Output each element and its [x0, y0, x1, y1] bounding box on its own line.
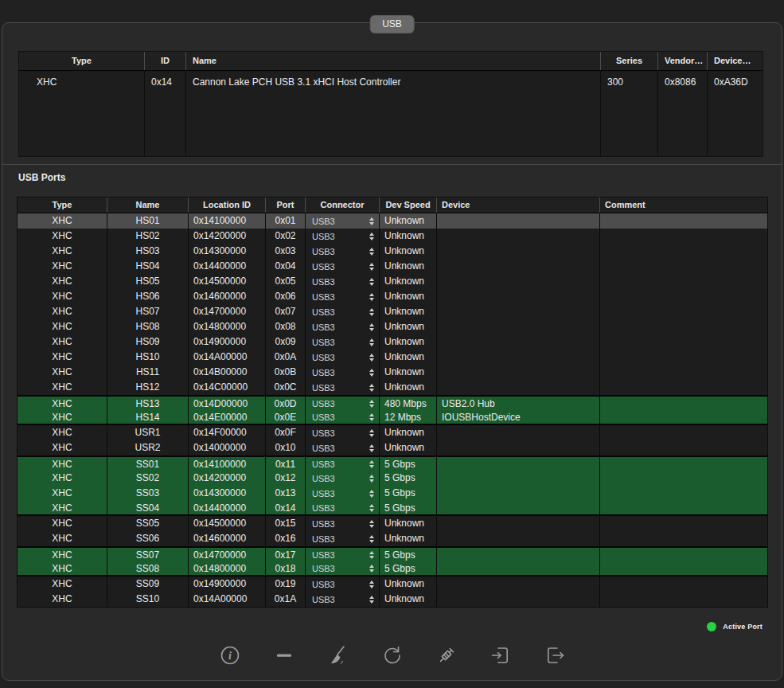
connector-select[interactable]: USB3 — [306, 244, 380, 259]
connector-select[interactable]: USB3 — [306, 213, 380, 229]
port-cell-location: 0x14800000 — [189, 561, 266, 575]
tab-usb[interactable]: USB — [369, 15, 415, 33]
ports-col-header-devspeed[interactable]: Dev Speed — [380, 197, 437, 213]
controller-cell-device[interactable]: 0xA36D — [708, 71, 763, 156]
port-row[interactable]: XHC HS03 0x14300000 0x03 USB3 Unknown — [18, 244, 767, 259]
clean-button[interactable] — [327, 644, 349, 666]
port-row[interactable]: XHC USR2 0x14000000 0x10 USB3 Unknown — [18, 440, 767, 455]
port-row[interactable]: XHC USR1 0x14F00000 0x0F USB3 Unknown — [18, 425, 767, 440]
refresh-button[interactable] — [381, 644, 404, 666]
connector-select[interactable]: USB3 — [306, 334, 380, 350]
connector-select[interactable]: USB3 — [306, 259, 380, 274]
col-header-id[interactable]: ID — [145, 52, 186, 70]
connector-select[interactable]: USB3 — [306, 274, 380, 289]
port-row[interactable]: XHC SS09 0x14900000 0x19 USB3 Unknown — [18, 577, 767, 592]
col-header-series[interactable]: Series — [601, 52, 658, 70]
ports-col-header-comment[interactable]: Comment — [600, 197, 767, 213]
connector-select[interactable]: USB3 — [306, 516, 380, 531]
export-icon — [544, 644, 566, 666]
connector-select[interactable]: USB3 — [306, 577, 380, 592]
connector-select[interactable]: USB3 — [306, 548, 380, 561]
port-row[interactable]: XHC HS13 0x14D00000 0x0D USB3 480 Mbps U… — [18, 395, 767, 410]
controller-cell-name[interactable]: Cannon Lake PCH USB 3.1 xHCI Host Contro… — [186, 71, 601, 156]
col-header-type[interactable]: Type — [19, 52, 145, 70]
port-row[interactable]: XHC SS03 0x14300000 0x13 USB3 5 Gbps — [18, 486, 767, 501]
inject-button[interactable] — [435, 644, 458, 666]
port-row[interactable]: XHC HS14 0x14E00000 0x0E USB3 12 Mbps IO… — [18, 410, 767, 425]
port-row[interactable]: XHC SS07 0x14700000 0x17 USB3 5 Gbps — [18, 546, 767, 561]
ports-col-header-location[interactable]: Location ID — [189, 197, 266, 213]
stepper-icon — [369, 338, 374, 346]
import-button[interactable] — [490, 644, 512, 666]
port-row[interactable]: XHC SS10 0x14A00000 0x1A USB3 Unknown — [18, 592, 767, 607]
port-cell-comment — [600, 501, 767, 514]
controller-cell-type[interactable]: XHC — [19, 71, 145, 156]
port-row[interactable]: XHC HS05 0x14500000 0x05 USB3 Unknown — [18, 274, 767, 289]
connector-select[interactable]: USB3 — [306, 397, 380, 410]
port-row[interactable]: XHC SS05 0x14500000 0x15 USB3 Unknown — [18, 516, 767, 531]
col-header-name[interactable]: Name — [186, 52, 601, 70]
port-row[interactable]: XHC SS02 0x14200000 0x12 USB3 5 Gbps — [18, 471, 767, 486]
port-row[interactable]: XHC HS06 0x14600000 0x06 USB3 Unknown — [18, 289, 767, 304]
port-cell-devspeed: 12 Mbps — [380, 410, 437, 424]
connector-value: USB3 — [312, 305, 335, 319]
port-row[interactable]: XHC HS02 0x14200000 0x02 USB3 Unknown — [18, 229, 767, 244]
ports-col-header-type[interactable]: Type — [18, 197, 107, 213]
port-row[interactable]: XHC HS07 0x14700000 0x07 USB3 Unknown — [18, 304, 767, 319]
connector-select[interactable]: USB3 — [306, 457, 380, 471]
remove-button[interactable] — [273, 644, 295, 666]
connector-select[interactable]: USB3 — [306, 410, 380, 424]
port-cell-devspeed: Unknown — [380, 440, 437, 455]
toolbar: i — [219, 644, 566, 666]
port-row[interactable]: XHC HS09 0x14900000 0x09 USB3 Unknown — [18, 334, 767, 350]
port-row[interactable]: XHC SS01 0x14100000 0x11 USB3 5 Gbps — [18, 455, 767, 471]
port-row[interactable]: XHC HS04 0x14400000 0x04 USB3 Unknown — [18, 259, 767, 274]
controller-cell-id[interactable]: 0x14 — [145, 71, 186, 156]
port-cell-devspeed: Unknown — [380, 319, 437, 334]
connector-select[interactable]: USB3 — [306, 304, 380, 319]
connector-select[interactable]: USB3 — [306, 350, 380, 365]
port-row[interactable]: XHC HS10 0x14A00000 0x0A USB3 Unknown — [18, 350, 767, 365]
port-cell-device — [437, 577, 600, 592]
ports-col-header-connector[interactable]: Connector — [306, 197, 380, 213]
connector-value: USB3 — [312, 335, 335, 350]
controller-cell-series[interactable]: 300 — [601, 71, 658, 156]
port-row[interactable]: XHC HS08 0x14800000 0x08 USB3 Unknown — [18, 319, 767, 334]
ports-col-header-name[interactable]: Name — [107, 197, 189, 213]
port-row[interactable]: XHC SS08 0x14800000 0x18 USB3 5 Gbps — [18, 561, 767, 577]
ports-col-header-port[interactable]: Port — [266, 197, 306, 213]
connector-select[interactable]: USB3 — [306, 592, 380, 607]
controller-cell-vendor[interactable]: 0x8086 — [658, 71, 708, 156]
connector-select[interactable]: USB3 — [306, 425, 380, 440]
port-cell-device — [437, 592, 600, 607]
port-cell-port: 0x17 — [266, 548, 306, 561]
info-button[interactable]: i — [219, 644, 241, 666]
stepper-icon — [369, 263, 374, 271]
port-cell-devspeed: Unknown — [380, 577, 437, 592]
stepper-icon — [369, 293, 374, 301]
connector-select[interactable]: USB3 — [306, 471, 380, 486]
port-row[interactable]: XHC HS11 0x14B00000 0x0B USB3 Unknown — [18, 365, 767, 380]
export-button[interactable] — [544, 644, 566, 666]
port-cell-comment — [600, 397, 767, 410]
port-row[interactable]: XHC SS06 0x14600000 0x16 USB3 Unknown — [18, 531, 767, 546]
connector-select[interactable]: USB3 — [306, 561, 380, 575]
port-cell-location: 0x14900000 — [189, 577, 266, 592]
ports-col-header-device[interactable]: Device — [437, 197, 600, 213]
col-header-device[interactable]: Device… — [708, 52, 763, 70]
connector-select[interactable]: USB3 — [306, 229, 380, 244]
connector-select[interactable]: USB3 — [306, 365, 380, 380]
connector-select[interactable]: USB3 — [306, 319, 380, 334]
connector-select[interactable]: USB3 — [306, 440, 380, 455]
connector-select[interactable]: USB3 — [306, 501, 380, 514]
connector-select[interactable]: USB3 — [306, 486, 380, 501]
port-row[interactable]: XHC HS01 0x14100000 0x01 USB3 Unknown — [18, 213, 767, 229]
stepper-icon — [369, 429, 374, 437]
col-header-vendor[interactable]: Vendor… — [658, 52, 708, 70]
connector-select[interactable]: USB3 — [306, 531, 380, 546]
port-row[interactable]: XHC SS04 0x14400000 0x14 USB3 5 Gbps — [18, 501, 767, 516]
connector-select[interactable]: USB3 — [306, 380, 380, 395]
port-cell-name: USR2 — [107, 440, 189, 455]
port-row[interactable]: XHC HS12 0x14C00000 0x0C USB3 Unknown — [18, 380, 767, 395]
connector-select[interactable]: USB3 — [306, 289, 380, 304]
